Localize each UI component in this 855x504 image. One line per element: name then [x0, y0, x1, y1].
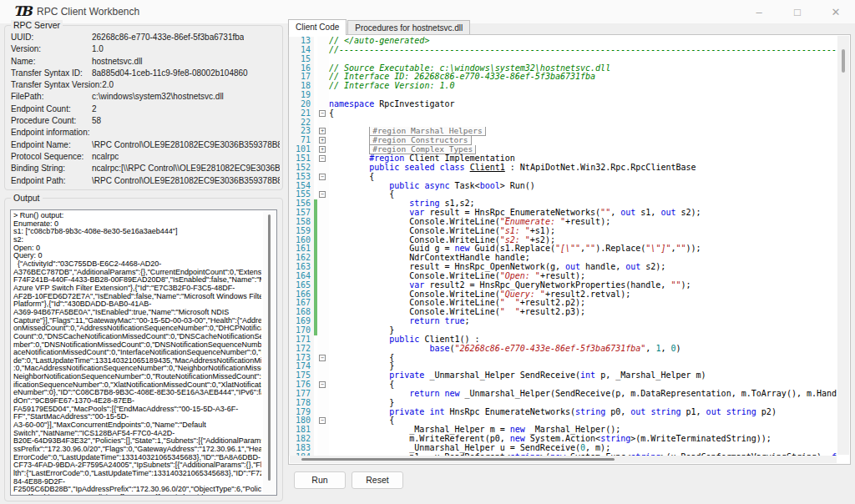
- fold-margin: −: [317, 173, 329, 182]
- fold-margin: +: [317, 145, 329, 154]
- output-scrollbar-thumb[interactable]: [268, 214, 271, 481]
- fold-margin: [317, 164, 329, 173]
- code-line: 178 }: [289, 399, 837, 408]
- code-line: 13// </auto-generated>: [289, 37, 837, 46]
- server-field-row: Endpoint Name:\RPC Control\OLE9E281082EC…: [11, 140, 280, 152]
- fold-margin: [317, 299, 329, 308]
- code-line: 179 private int HnsRpc_EnumerateNetworks…: [289, 408, 837, 417]
- fold-margin: −: [317, 381, 329, 390]
- output-textbox[interactable]: > Run() output: Enumerate: 0 s1: ["c08cb…: [10, 209, 277, 496]
- code-text: _Unmarshal_Helper u = SendReceive(0, m);: [329, 444, 837, 453]
- editor-vertical-scrollbar[interactable]: [837, 36, 849, 455]
- code-text: #region Client Implementation: [329, 154, 837, 164]
- field-value: \RPC Control\OLE9E281082EC9E3036B359378B…: [92, 140, 280, 152]
- code-lines: 13// </auto-generated>14//--------------…: [289, 37, 837, 456]
- code-text: // Source Executable: c:\windows\system3…: [329, 64, 837, 73]
- code-line: 160 Console.WriteLine("s2: "+s2);: [289, 236, 837, 245]
- code-line: 182 m.WriteReferent(p0, new System.Actio…: [289, 435, 837, 444]
- fold-collapse-icon[interactable]: −: [319, 355, 326, 361]
- collapsed-region[interactable]: #region Constructors: [369, 136, 471, 145]
- server-field-row: Endpoint information:: [11, 128, 280, 139]
- minimize-button[interactable]: –: [740, 0, 778, 23]
- code-text: }: [329, 326, 837, 335]
- fold-expand-icon[interactable]: +: [319, 146, 326, 153]
- fold-margin: [317, 182, 329, 191]
- code-editor[interactable]: 13// </auto-generated>14//--------------…: [288, 34, 851, 465]
- editor-vertical-scrollbar-thumb[interactable]: [842, 49, 845, 73]
- run-button[interactable]: Run: [294, 471, 346, 489]
- server-field-row: Transfer Syntax ID:8a885d04-1ceb-11c9-9f…: [11, 68, 280, 80]
- code-line: 158 Console.WriteLine("Enumerate: "+resu…: [289, 218, 837, 227]
- fold-margin: −: [317, 190, 329, 199]
- fold-margin: −: [317, 354, 329, 363]
- field-value: 2: [92, 104, 97, 116]
- code-line: 172 base("26268c86-e770-433e-86ef-5f3ba6…: [289, 345, 837, 354]
- code-line: 20namespace RpcInvestigator: [289, 100, 837, 109]
- field-value: ncalrpc:[\\RPC Control\\OLE9E281082EC9E3…: [92, 164, 280, 175]
- code-line: 151− #region Client Implementation: [289, 154, 837, 164]
- code-line: 157 var result = HnsRpc_EnumerateNetwork…: [289, 209, 837, 218]
- collapsed-region[interactable]: #region Complex Types: [369, 145, 476, 154]
- fold-margin: [317, 444, 329, 453]
- fold-margin: [317, 408, 329, 417]
- fold-margin: [317, 254, 329, 263]
- code-line: 16// Source Executable: c:\windows\syste…: [289, 64, 837, 73]
- rpc-server-groupbox: RPC Server UUID:26268c86-e770-433e-86ef-…: [4, 25, 283, 190]
- field-value: hostnetsvc.dll: [92, 57, 143, 68]
- code-text: {: [329, 173, 837, 182]
- code-text: namespace RpcInvestigator: [329, 100, 837, 109]
- tab-client-code[interactable]: Client Code: [288, 19, 347, 35]
- fold-collapse-icon[interactable]: −: [319, 155, 326, 162]
- fold-margin: [317, 399, 329, 408]
- fold-margin: [317, 435, 329, 444]
- fold-collapse-icon[interactable]: −: [319, 191, 326, 198]
- fold-collapse-icon[interactable]: −: [319, 110, 326, 117]
- server-field-row: Binding String:ncalrpc:[\\RPC Control\\O…: [11, 164, 280, 175]
- fold-collapse-icon[interactable]: −: [319, 174, 326, 180]
- code-line: 176− {: [289, 381, 837, 390]
- code-text: // </auto-generated>: [329, 37, 837, 46]
- code-line: 173− {: [289, 354, 837, 363]
- fold-margin: [317, 244, 329, 254]
- code-line: 167 Console.WriteLine(" "+result2.p2);: [289, 299, 837, 308]
- code-text: {: [329, 416, 837, 426]
- fold-margin: [317, 308, 329, 317]
- close-button[interactable]: ✕: [817, 0, 855, 23]
- field-label: Binding String:: [11, 164, 92, 175]
- editor-horizontal-scrollbar[interactable]: [290, 456, 837, 463]
- code-text: }: [329, 399, 837, 408]
- reset-button[interactable]: Reset: [352, 471, 403, 489]
- code-line: 180− {: [289, 416, 837, 426]
- fold-margin: [317, 227, 329, 236]
- code-text: string s1,s2;: [329, 199, 837, 209]
- maximize-button[interactable]: □: [778, 0, 817, 23]
- code-text: Console.WriteLine(" "+result2.p3);: [329, 308, 837, 317]
- code-text: result = HnsRpc_OpenNetwork(g, out handl…: [329, 263, 837, 272]
- output-scrollbar[interactable]: [263, 211, 276, 494]
- tab-procedures-for-hostnetsvc-dll[interactable]: Procedures for hostnetsvc.dll: [347, 20, 470, 35]
- field-label: Endpoint Path:: [11, 176, 92, 188]
- fold-margin: −: [317, 416, 329, 426]
- editor-horizontal-scrollbar-thumb[interactable]: [301, 458, 615, 461]
- fold-margin: [317, 362, 329, 371]
- code-line: 170 }: [289, 326, 837, 335]
- code-text: Console.WriteLine("Open: "+result);: [329, 272, 837, 281]
- collapsed-region[interactable]: #region Marshal Helpers: [369, 127, 486, 136]
- code-line: 152 public sealed class Client1 : NtApiD…: [289, 164, 837, 173]
- fold-expand-icon[interactable]: +: [319, 137, 326, 144]
- code-line: 21−{: [289, 109, 837, 118]
- code-line: 163 result = HnsRpc_OpenNetwork(g, out h…: [289, 263, 837, 272]
- server-field-row: Endpoint Count:2: [11, 104, 280, 116]
- code-line: 153− {: [289, 173, 837, 182]
- code-line: 168 Console.WriteLine(" "+result2.p3);: [289, 308, 837, 317]
- fold-collapse-icon[interactable]: −: [319, 417, 326, 424]
- code-text: private _Unmarshal_Helper SendReceive(in…: [329, 371, 837, 381]
- output-groupbox: Output > Run() output: Enumerate: 0 s1: …: [4, 198, 283, 501]
- code-text: return true;: [329, 317, 837, 326]
- fold-expand-icon[interactable]: +: [319, 128, 326, 134]
- fold-margin: −: [317, 154, 329, 164]
- code-text: [329, 118, 837, 128]
- code-text: // Interface Version: 1.0: [329, 82, 837, 91]
- fold-collapse-icon[interactable]: −: [319, 381, 326, 388]
- code-text: #region Marshal Helpers: [329, 127, 837, 136]
